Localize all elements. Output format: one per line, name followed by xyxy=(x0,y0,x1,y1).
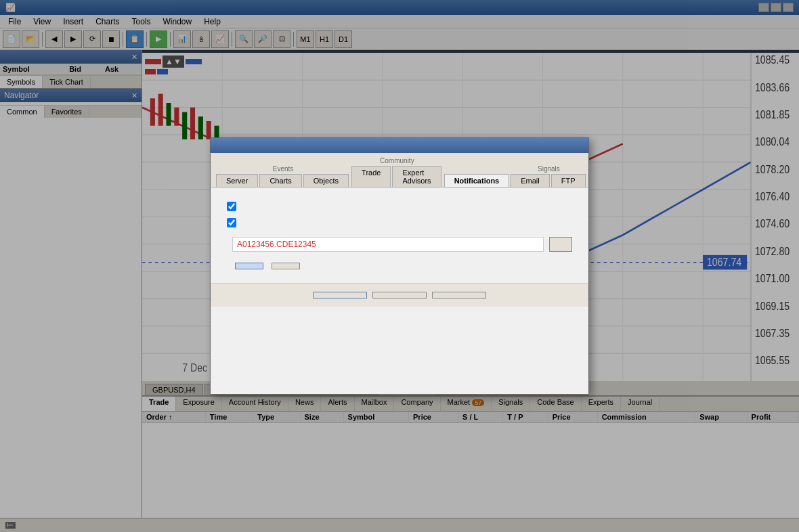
modal-tab-expert-advisors[interactable]: Expert Advisors xyxy=(392,166,441,187)
community-tabs: Trade Expert Advisors xyxy=(351,166,443,187)
modal-tabs-area: Events Server Charts Objects Community T… xyxy=(211,153,588,188)
modal-tab-server[interactable]: Server xyxy=(216,174,258,187)
enable-push-row xyxy=(227,202,572,211)
iphone-download-button[interactable] xyxy=(235,263,263,269)
test-button[interactable] xyxy=(549,237,572,252)
cancel-button[interactable] xyxy=(372,292,427,298)
modal-tabs-row: Events Server Charts Objects Community T… xyxy=(216,157,583,187)
download-row xyxy=(227,263,572,269)
modal-tab-ftp[interactable]: FTP xyxy=(551,174,586,187)
metaquotes-id-input[interactable] xyxy=(232,237,544,252)
signals-label: Signals xyxy=(538,165,560,173)
android-download-button[interactable] xyxy=(272,263,300,269)
modal-tab-email[interactable]: Email xyxy=(511,174,550,187)
events-tabs: Server Charts Objects xyxy=(216,174,350,187)
notify-trade-row xyxy=(227,218,572,227)
modal-tab-objects[interactable]: Objects xyxy=(303,174,349,187)
notify-trade-checkbox[interactable] xyxy=(227,218,236,227)
modal-title-bar xyxy=(211,138,588,153)
community-group: Community Trade Expert Advisors xyxy=(351,157,443,187)
help-button[interactable] xyxy=(432,292,486,298)
events-group: Events Server Charts Objects xyxy=(216,165,350,187)
ok-button[interactable] xyxy=(313,292,367,298)
modal-tab-trade[interactable]: Trade xyxy=(351,166,391,187)
metaquotes-id-row xyxy=(227,237,572,252)
signals-group: Signals Email FTP xyxy=(511,165,586,187)
signals-tabs: Email FTP xyxy=(511,174,586,187)
enable-push-checkbox[interactable] xyxy=(227,202,236,211)
modal-tab-charts[interactable]: Charts xyxy=(259,174,301,187)
events-label: Events xyxy=(273,165,294,173)
modal-body xyxy=(211,188,588,283)
options-dialog: Events Server Charts Objects Community T… xyxy=(210,137,589,395)
community-label: Community xyxy=(380,157,414,164)
modal-overlay: Events Server Charts Objects Community T… xyxy=(0,0,799,532)
modal-footer xyxy=(211,283,588,307)
modal-tab-notifications[interactable]: Notifications xyxy=(444,174,510,187)
